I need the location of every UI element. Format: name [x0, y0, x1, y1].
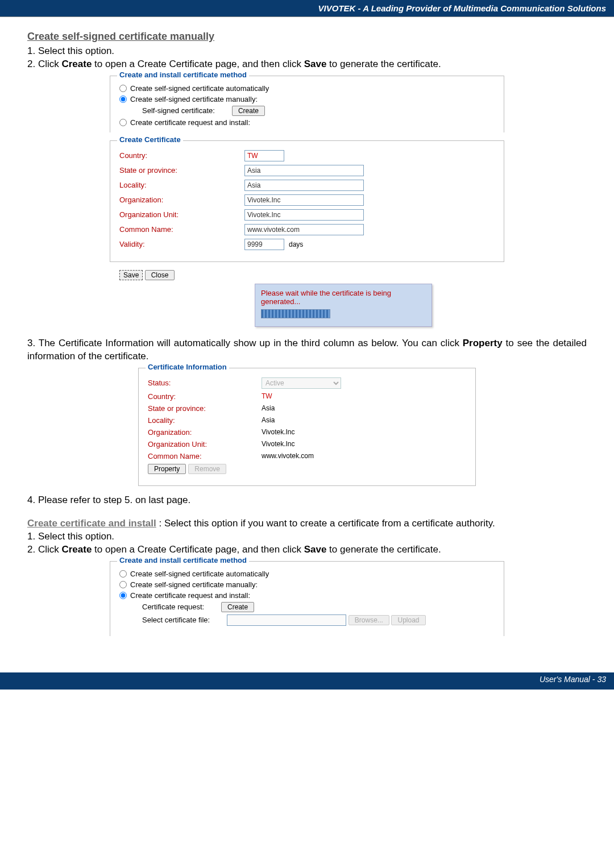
t: Create	[61, 544, 92, 555]
page-body: Create self-signed certificate manually …	[0, 17, 614, 650]
doc-header: VIVOTEK - A Leading Provider of Multimed…	[0, 0, 614, 17]
property-button[interactable]: Property	[148, 464, 186, 474]
input-country[interactable]	[244, 150, 284, 161]
t: to generate the certificate.	[326, 544, 441, 555]
create-button-2[interactable]: Create	[221, 602, 254, 612]
sec2-step1: 1. Select this option.	[27, 530, 587, 543]
radio-auto[interactable]	[119, 85, 127, 92]
status-select: Active	[262, 377, 341, 389]
file-path-input	[227, 614, 346, 626]
t: Save	[304, 544, 327, 555]
legend-method-2: Create and install certificate method	[117, 556, 249, 564]
v-common: www.vivotek.com	[262, 452, 314, 460]
l-orgunit: Organization Unit:	[119, 210, 244, 219]
li-country: Country:	[148, 392, 262, 401]
l-common: Common Name:	[119, 225, 244, 234]
status-box: Please wait while the certificate is bei…	[255, 284, 432, 327]
progress-bar	[261, 309, 330, 318]
footer-page-number: User's Manual - 33	[540, 675, 606, 684]
radio2-manual[interactable]	[119, 581, 127, 588]
sec2-step2: 2. Click Create to open a Create Certifi…	[27, 543, 587, 556]
radio2-auto-label: Create self-signed certificate automatic…	[130, 570, 269, 578]
t: Property	[463, 338, 503, 348]
create-cert-fieldset: Create Certificate Country: State or pro…	[110, 140, 504, 262]
li-orgunit: Organization Unit:	[148, 440, 262, 448]
l-validity: Validity:	[119, 240, 244, 248]
radio2-manual-label: Create self-signed certificate manually:	[130, 580, 258, 589]
t: Create	[61, 59, 92, 69]
section-title-manual: Create self-signed certificate manually	[27, 31, 587, 43]
l-locality: Locality:	[119, 181, 244, 189]
save-close-row: Save Close	[119, 270, 495, 280]
li-org: Organization:	[148, 428, 262, 437]
li-common: Common Name:	[148, 452, 262, 460]
t: : Select this option if you want to crea…	[156, 518, 495, 529]
radio-auto-label: Create self-signed certificate automatic…	[130, 84, 269, 93]
cert-request-label: Certificate request:	[142, 603, 204, 611]
remove-button[interactable]: Remove	[188, 464, 226, 474]
section-title-install: Create certificate and install	[27, 518, 156, 529]
li-status: Status:	[148, 379, 262, 387]
sec2-intro: Create certificate and install : Select …	[27, 517, 587, 530]
sec1-step1: 1. Select this option.	[27, 45, 587, 58]
legend-create-cert: Create Certificate	[117, 135, 183, 144]
method-fieldset-2: Create and install certificate method Cr…	[110, 561, 504, 636]
v-locality: Asia	[262, 416, 275, 424]
l-state: State or province:	[119, 166, 244, 175]
input-orgunit[interactable]	[244, 209, 364, 221]
radio-manual[interactable]	[119, 95, 127, 103]
days-label: days	[289, 240, 303, 248]
t: Save	[304, 59, 327, 69]
l-org: Organization:	[119, 196, 244, 204]
t: to open a Create Certificate page, and t…	[92, 544, 304, 555]
input-locality[interactable]	[244, 180, 364, 191]
input-validity[interactable]	[244, 239, 284, 250]
input-common[interactable]	[244, 224, 364, 235]
v-orgunit: Vivotek.Inc	[262, 440, 294, 448]
status-message: Please wait while the certificate is bei…	[261, 289, 426, 306]
self-signed-label: Self-signed certificate:	[142, 106, 215, 115]
l-country: Country:	[119, 151, 244, 160]
t: 2. Click	[27, 544, 61, 555]
t: 2. Click	[27, 59, 61, 69]
radio-manual-label: Create self-signed certificate manually:	[130, 95, 258, 103]
radio-request[interactable]	[119, 119, 127, 126]
input-state[interactable]	[244, 165, 364, 176]
sec1-step2: 2. Click Create to open a Create Certifi…	[27, 58, 587, 71]
radio-request-label: Create certificate request and install:	[130, 118, 250, 127]
step4-text: 4. Please refer to step 5. on last page.	[27, 494, 587, 507]
doc-footer: User's Manual - 33	[0, 672, 614, 690]
t: 3. The Certificate Information will auto…	[27, 338, 463, 348]
radio2-auto[interactable]	[119, 570, 127, 578]
legend-cert-info: Certificate Information	[146, 363, 229, 371]
input-org[interactable]	[244, 194, 364, 206]
radio2-request-label: Create certificate request and install:	[130, 591, 250, 600]
create-button[interactable]: Create	[232, 106, 265, 116]
select-file-label: Select certificate file:	[142, 616, 210, 624]
t: to open a Create Certificate page, and t…	[92, 59, 304, 69]
cert-info-fieldset: Certificate Information Status: Active C…	[138, 368, 476, 486]
upload-button[interactable]: Upload	[391, 615, 425, 625]
header-title: VIVOTEK - A Leading Provider of Multimed…	[318, 3, 606, 13]
save-button[interactable]: Save	[119, 270, 143, 280]
v-state: Asia	[262, 404, 275, 412]
li-state: State or province:	[148, 404, 262, 413]
li-locality: Locality:	[148, 416, 262, 425]
method-fieldset-1: Create and install certificate method Cr…	[110, 76, 504, 132]
step3-text: 3. The Certificate Information will auto…	[27, 337, 587, 363]
close-button[interactable]: Close	[145, 270, 175, 280]
v-country: TW	[262, 392, 272, 400]
v-org: Vivotek.Inc	[262, 428, 294, 436]
browse-button[interactable]: Browse...	[349, 615, 389, 625]
legend-method-1: Create and install certificate method	[117, 70, 249, 79]
t: to generate the certificate.	[326, 59, 441, 69]
radio2-request[interactable]	[119, 592, 127, 599]
